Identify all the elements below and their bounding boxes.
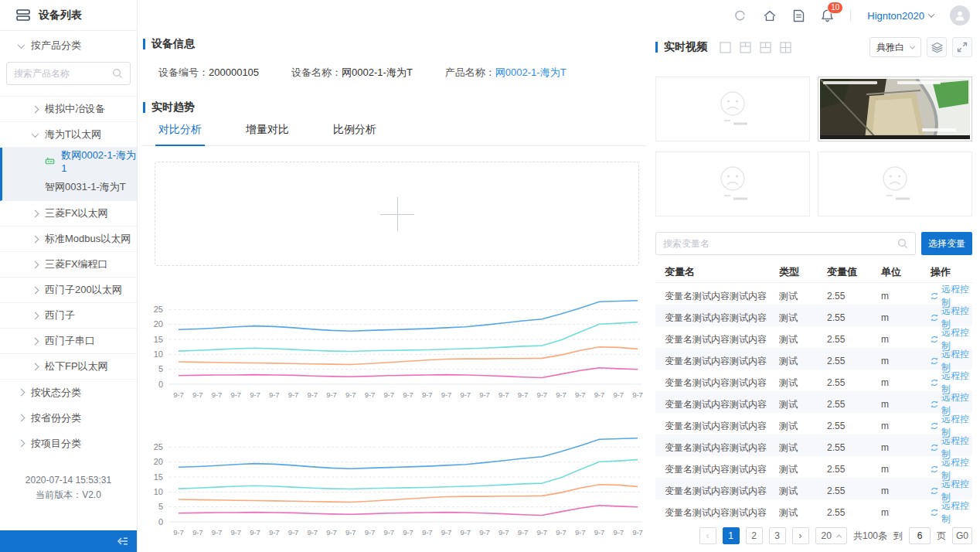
cell-value: 2.55	[827, 356, 881, 366]
trend-chart-1: 05101520259-79-79-79-79-79-79-79-79-79-7…	[143, 287, 647, 407]
cell-name: 变量名测试内容测试内容	[665, 398, 779, 411]
remote-control-icon	[931, 313, 938, 322]
trend-tabs: 对比分析增量对比比例分析	[143, 123, 647, 146]
svg-text:9-7: 9-7	[326, 390, 337, 399]
product-search-area	[0, 60, 137, 97]
svg-text:9-7: 9-7	[345, 528, 356, 537]
tree-item-三菱FX以太网[interactable]: 三菱FX以太网	[0, 201, 137, 227]
prev-page-button[interactable]: ‹	[699, 527, 716, 544]
column-header-类型: 类型	[779, 265, 827, 279]
table-row: 变量名测试内容测试内容测试2.55m远程控制	[655, 326, 972, 348]
page-button-2[interactable]: 2	[746, 527, 763, 544]
field-value[interactable]: 网0002-1-海为T	[495, 66, 567, 78]
svg-text:9-7: 9-7	[575, 390, 586, 399]
search-icon[interactable]	[897, 238, 908, 249]
fullscreen-icon[interactable]	[952, 37, 972, 57]
cell-unit: m	[881, 377, 931, 388]
tree-item-西门子200以太网[interactable]: 西门子200以太网	[0, 278, 137, 303]
tree-item-西门子串口[interactable]: 西门子串口	[0, 329, 137, 354]
sidebar-category-按项目分类[interactable]: 按项目分类	[0, 431, 137, 456]
plus-icon	[380, 197, 414, 231]
page-size-select[interactable]: 20	[815, 527, 847, 544]
svg-text:9-7: 9-7	[403, 528, 413, 537]
video-slot-empty[interactable]	[655, 152, 810, 216]
tab-增量对比[interactable]: 增量对比	[246, 123, 289, 145]
tree-item-标准Modbus以太网[interactable]: 标准Modbus以太网	[0, 227, 137, 252]
tree-item-海为T以太网[interactable]: 海为T以太网	[0, 122, 137, 148]
go-button[interactable]: G0	[952, 527, 972, 544]
chevron-right-icon	[32, 210, 39, 217]
tab-对比分析[interactable]: 对比分析	[158, 123, 202, 145]
tab-比例分析[interactable]: 比例分析	[333, 123, 376, 145]
collapse-sidebar-icon[interactable]	[116, 536, 130, 547]
product-search-input[interactable]	[14, 68, 112, 79]
variable-table: 变量名类型变量值单位操作 变量名测试内容测试内容测试2.55m远程控制变量名测试…	[655, 262, 972, 521]
sidebar-meta: 2020-07-14 15:53:31 当前版本：V2.0	[0, 473, 137, 530]
svg-text:9-7: 9-7	[383, 390, 394, 399]
cell-name: 变量名测试内容测试内容	[665, 506, 779, 520]
bell-icon[interactable]: 10	[821, 9, 834, 22]
tree-item-label: 模拟中冶设备	[45, 102, 105, 116]
svg-text:9-7: 9-7	[365, 528, 376, 537]
tree-item-松下FP以太网[interactable]: 松下FP以太网	[0, 354, 137, 380]
svg-text:9-7: 9-7	[499, 528, 509, 537]
theme-select[interactable]: 典雅白	[869, 37, 921, 57]
svg-text:9-7: 9-7	[613, 390, 624, 399]
trend-title: 实时趋势	[143, 101, 647, 114]
sidebar-categories: 按状态分类按省份分类按项目分类	[0, 380, 137, 456]
table-row: 变量名测试内容测试内容测试2.55m远程控制	[655, 456, 972, 478]
sidebar-group-label: 按产品分类	[31, 39, 81, 53]
sidebar: 设备列表 按产品分类 模拟中冶设备海为T以太网数网0002-1-海为1智网003…	[0, 0, 138, 552]
avatar[interactable]	[950, 5, 970, 26]
cell-unit: m	[881, 312, 931, 323]
page-unit-label: 页	[937, 530, 946, 543]
video-slot-empty[interactable]	[818, 152, 972, 216]
cell-type: 测试	[779, 333, 827, 346]
home-icon[interactable]	[763, 9, 777, 22]
line-chart: 05101520259-79-79-79-79-79-79-79-79-79-7…	[143, 287, 645, 404]
video-header: 实时视频 典雅白	[655, 37, 972, 57]
svg-text:15: 15	[154, 472, 163, 482]
remote-control-icon	[931, 356, 938, 366]
search-icon[interactable]	[112, 68, 123, 79]
user-menu[interactable]: Hignton2020	[867, 10, 934, 22]
tree-child-智网0031-1-海为T[interactable]: 智网0031-1-海为T	[2, 174, 137, 200]
line-chart: 05101520259-79-79-79-79-79-79-79-79-79-7…	[143, 424, 645, 542]
layout-one-plus-two-icon[interactable]	[760, 42, 771, 53]
layout-grid-2x2-icon[interactable]	[780, 42, 791, 53]
category-label: 按状态分类	[31, 386, 81, 400]
tree-children-group: 数网0002-1-海为1智网0031-1-海为T	[0, 148, 137, 201]
tree-child-数网0002-1-海为1[interactable]: 数网0002-1-海为1	[2, 148, 137, 174]
next-page-button[interactable]: ›	[792, 527, 809, 544]
tree-item-label: 松下FP以太网	[45, 359, 108, 373]
svg-text:9-7: 9-7	[441, 528, 452, 537]
select-variable-button[interactable]: 选择变量	[921, 232, 972, 255]
remote-control-icon	[931, 443, 938, 452]
add-chart-dropzone[interactable]	[155, 162, 639, 266]
tree-child-label: 智网0031-1-海为T	[45, 180, 126, 194]
svg-text:9-7: 9-7	[518, 390, 529, 399]
tree-item-模拟中冶设备[interactable]: 模拟中冶设备	[0, 97, 137, 122]
page-button-1[interactable]: 1	[723, 527, 740, 544]
remote-control-icon	[931, 508, 938, 517]
svg-text:9-7: 9-7	[326, 528, 337, 537]
device-info-title: 设备信息	[143, 37, 647, 51]
sidebar-category-按状态分类[interactable]: 按状态分类	[0, 380, 137, 405]
layout-single-icon[interactable]	[720, 42, 731, 53]
tree-item-三菱FX编程口[interactable]: 三菱FX编程口	[0, 252, 137, 278]
video-slot-empty[interactable]	[655, 77, 810, 141]
jump-page-input[interactable]	[909, 527, 931, 544]
cell-type: 测试	[779, 485, 827, 498]
page-button-3[interactable]: 3	[769, 527, 786, 544]
layout-two-pane-icon[interactable]	[740, 42, 751, 53]
video-slot-live[interactable]	[818, 77, 972, 141]
tree-item-西门子[interactable]: 西门子	[0, 303, 137, 329]
refresh-icon[interactable]	[733, 9, 747, 22]
variable-search-input[interactable]	[663, 238, 897, 249]
sidebar-category-按省份分类[interactable]: 按省份分类	[0, 405, 137, 431]
sidebar-group-products[interactable]: 按产品分类	[0, 31, 137, 60]
remote-control-link[interactable]: 远程控制	[931, 499, 972, 526]
document-icon[interactable]	[793, 9, 805, 22]
layers-icon[interactable]	[927, 37, 947, 57]
tree-item-label: 西门子串口	[45, 334, 95, 348]
